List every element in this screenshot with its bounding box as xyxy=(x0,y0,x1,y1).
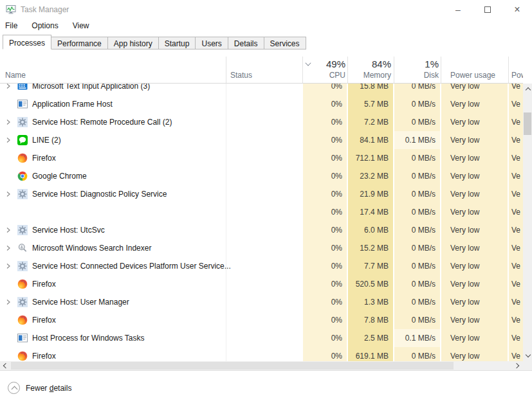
process-row[interactable]: Application Frame Host 0% 5.7 MB 0 MB/s … xyxy=(0,95,523,113)
scroll-left-button[interactable] xyxy=(0,361,11,370)
process-row[interactable]: 0% 17.4 MB 0 MB/s Very low Ve xyxy=(0,203,523,221)
column-cpu[interactable]: CPU xyxy=(302,71,345,80)
menu-file[interactable]: File xyxy=(5,20,23,33)
power-usage-cell: Very low xyxy=(441,275,508,293)
power-trend-cell: Ve xyxy=(509,131,523,149)
cpu-cell: 0% xyxy=(303,221,347,239)
process-row[interactable]: Firefox 0% 520.5 MB 0 MB/s Very low Ve xyxy=(0,275,523,293)
cpu-cell: 0% xyxy=(303,239,347,257)
process-row[interactable]: Firefox 0% 7.8 MB 0 MB/s Very low Ve xyxy=(0,311,523,329)
memory-cell: 23.2 MB xyxy=(348,167,393,185)
process-row[interactable]: Firefox 0% 619.1 MB 0 MB/s Very low Ve xyxy=(0,347,523,361)
row-expand-icon[interactable] xyxy=(3,135,14,145)
disk-cell: 0 MB/s xyxy=(394,221,440,239)
tab-processes[interactable]: Processes xyxy=(3,35,51,49)
row-expand-icon[interactable] xyxy=(3,84,14,91)
row-expand-icon[interactable] xyxy=(3,261,14,271)
disk-cell: 0 MB/s xyxy=(394,167,440,185)
search-icon xyxy=(17,243,28,253)
process-row[interactable]: Service Host: User Manager 0% 1.3 MB 0 M… xyxy=(0,293,523,311)
tab-details[interactable]: Details xyxy=(228,37,264,49)
process-row[interactable]: Microsoft Text Input Application (3) 0% … xyxy=(0,84,523,95)
process-name: Host Process for Windows Tasks xyxy=(32,329,145,347)
task-manager-window: { "window": { "title": "Task Manager", "… xyxy=(0,0,532,403)
scroll-down-button[interactable] xyxy=(523,351,532,360)
fewer-details-toggle[interactable]: Fewer details xyxy=(8,382,71,394)
scroll-right-button[interactable] xyxy=(512,361,523,370)
memory-cell: 15.8 MB xyxy=(348,84,393,95)
tab-services[interactable]: Services xyxy=(264,37,306,49)
column-status[interactable]: Status xyxy=(230,71,252,80)
row-expand-icon[interactable] xyxy=(3,297,14,307)
process-row[interactable]: Service Host: Connected Devices Platform… xyxy=(0,257,523,275)
firefox-icon xyxy=(17,351,28,361)
memory-cell: 6.0 MB xyxy=(348,221,393,239)
process-name: Microsoft Text Input Application (3) xyxy=(32,84,150,95)
window-title: Task Manager xyxy=(21,5,69,14)
power-trend-cell: Ve xyxy=(509,221,523,239)
column-power-usage[interactable]: Power usage xyxy=(450,71,495,80)
process-row[interactable]: Google Chrome 0% 23.2 MB 0 MB/s Very low… xyxy=(0,167,523,185)
horizontal-scrollbar[interactable] xyxy=(0,361,523,370)
cpu-total-pct: 49% xyxy=(302,58,345,69)
process-row[interactable]: LINE (2) 0% 84.1 MB 0.1 MB/s Very low Ve xyxy=(0,131,523,149)
maximize-button[interactable] xyxy=(473,0,502,19)
process-row[interactable]: Firefox 0% 712.1 MB 0 MB/s Very low Ve xyxy=(0,149,523,167)
tab-users[interactable]: Users xyxy=(195,37,228,49)
memory-cell: 17.4 MB xyxy=(348,203,393,221)
tab-strip: Processes Performance App history Startu… xyxy=(3,35,306,49)
tab-app-history[interactable]: App history xyxy=(107,37,159,49)
footer-bar: Fewer details End task xyxy=(0,370,532,403)
cpu-cell: 0% xyxy=(303,293,347,311)
close-button[interactable]: × xyxy=(502,0,532,19)
process-list: Microsoft Text Input Application (3) 0% … xyxy=(0,84,523,361)
tab-performance[interactable]: Performance xyxy=(51,37,108,49)
tab-startup[interactable]: Startup xyxy=(158,37,196,49)
cpu-cell: 0% xyxy=(303,149,347,167)
row-expand-icon[interactable] xyxy=(3,117,14,127)
power-usage-cell: Very low xyxy=(441,239,508,257)
power-usage-cell: Very low xyxy=(441,221,508,239)
maximize-icon xyxy=(484,6,491,13)
menu-view[interactable]: View xyxy=(73,20,95,33)
row-expand-icon[interactable] xyxy=(3,243,14,253)
vertical-scrollbar-thumb[interactable] xyxy=(524,112,531,135)
title-bar: Task Manager – × xyxy=(0,0,532,19)
menu-options[interactable]: Options xyxy=(32,20,63,33)
vertical-scrollbar[interactable] xyxy=(523,84,532,361)
power-usage-cell: Very low xyxy=(441,257,508,275)
column-power-usage-trend[interactable]: Powe xyxy=(511,71,523,80)
disk-cell: 0.1 MB/s xyxy=(394,329,440,347)
row-expand-icon[interactable] xyxy=(3,225,14,235)
cpu-cell: 0% xyxy=(303,257,347,275)
horizontal-scrollbar-thumb[interactable] xyxy=(11,362,454,370)
column-disk[interactable]: Disk xyxy=(394,71,439,80)
process-name: Service Host: Connected Devices Platform… xyxy=(32,257,231,275)
chevron-up-circle-icon xyxy=(8,382,20,394)
process-row[interactable]: Microsoft Windows Search Indexer 0% 15.2… xyxy=(0,239,523,257)
memory-cell: 7.7 MB xyxy=(348,257,393,275)
power-trend-cell: Ve xyxy=(509,203,523,221)
cpu-cell: 0% xyxy=(303,311,347,329)
task-manager-icon xyxy=(6,4,16,15)
disk-cell: 0 MB/s xyxy=(394,257,440,275)
process-name: Firefox xyxy=(32,149,56,167)
gear-icon xyxy=(17,225,28,235)
process-name: Service Host: User Manager xyxy=(32,293,129,311)
cpu-cell: 0% xyxy=(303,113,347,131)
minimize-button[interactable]: – xyxy=(443,0,473,19)
process-row[interactable]: Service Host: UtcSvc 0% 6.0 MB 0 MB/s Ve… xyxy=(0,221,523,239)
process-row[interactable]: Host Process for Windows Tasks 0% 2.5 MB… xyxy=(0,329,523,347)
process-name: Firefox xyxy=(32,311,56,329)
column-name[interactable]: Name xyxy=(5,71,26,80)
process-row[interactable]: Service Host: Diagnostic Policy Service … xyxy=(0,185,523,203)
disk-cell: 0 MB/s xyxy=(394,185,440,203)
cpu-cell: 0% xyxy=(303,167,347,185)
power-trend-cell: Ve xyxy=(509,275,523,293)
process-row[interactable]: Service Host: Remote Procedure Call (2) … xyxy=(0,113,523,131)
row-expand-icon[interactable] xyxy=(3,189,14,199)
process-name: Application Frame Host xyxy=(32,95,113,113)
power-usage-cell: Very low xyxy=(441,329,508,347)
scroll-up-button[interactable] xyxy=(523,85,532,94)
column-memory[interactable]: Memory xyxy=(348,71,391,80)
